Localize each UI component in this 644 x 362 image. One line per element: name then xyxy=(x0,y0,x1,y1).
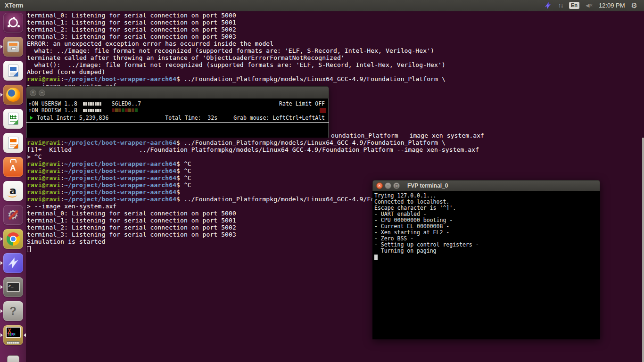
launcher-item-xterm[interactable]: X TERM xyxy=(3,325,23,345)
fvp-status-window: × − ↑ON USERSW 1..8 S6LED0..7 Rate Limit… xyxy=(26,86,329,138)
terminal-line: terminal_2: Listening for serial connect… xyxy=(27,26,644,33)
terminal-cursor xyxy=(27,246,31,252)
fvp-terminal-line: - Turning on paging - xyxy=(374,248,600,254)
minimize-button[interactable]: − xyxy=(385,182,391,189)
fvp-status-content: ↑ON USERSW 1..8 S6LED0..7 Rate Limit OFF… xyxy=(26,99,329,138)
terminal-line: ravi@ravi:~/project/boot-wrapper-aarch64… xyxy=(27,75,644,82)
right-edge-scrollbar[interactable] xyxy=(642,138,644,362)
fvp-terminal-content[interactable]: Trying 127.0.0.1...Connected to localhos… xyxy=(372,191,600,339)
trash-icon xyxy=(7,355,19,362)
launcher-item-terminal[interactable]: >_ xyxy=(3,277,23,297)
terminal-cursor xyxy=(374,255,378,260)
usersw-switches[interactable] xyxy=(83,102,101,106)
led-label: S6LED0..7 xyxy=(112,100,141,107)
terminal-line: terminate called after throwing an insta… xyxy=(27,54,644,61)
system-settings-icon: ⚙ xyxy=(3,205,23,225)
terminal-line: [1]+ Killed ../Foundation_Platformpkg/mo… xyxy=(27,146,644,153)
unity-launcher: A a ⚙ >_? X TERM xyxy=(0,11,26,362)
panel-indicators: ↑↓ En ◀× 12:09 PM ⚙ xyxy=(544,1,644,10)
firefox-icon xyxy=(6,88,20,102)
s-logo-indicator-icon[interactable] xyxy=(544,1,552,10)
network-arrows-icon[interactable]: ↑↓ xyxy=(558,2,563,9)
s-logo-icon xyxy=(6,256,20,270)
launcher-item-trash[interactable] xyxy=(3,349,23,362)
close-button[interactable]: × xyxy=(30,90,36,96)
launcher-item-settings[interactable]: ⚙ xyxy=(3,205,23,225)
fvp-terminal-window[interactable]: × − ◻ FVP terminal_0 Trying 127.0.0.1...… xyxy=(372,180,600,339)
terminal-line: ravi@ravi:~/project/boot-wrapper-aarch64… xyxy=(27,160,644,167)
launcher-item-software[interactable]: A xyxy=(3,157,23,177)
panel-app-title: XTerm xyxy=(5,2,24,9)
session-gear-icon[interactable]: ⚙ xyxy=(631,1,637,10)
usersw-label: ↑ON USERSW 1..8 xyxy=(28,100,77,107)
amazon-icon: a xyxy=(3,181,23,201)
running-indicator xyxy=(0,309,3,313)
volume-muted-icon[interactable]: ◀× xyxy=(586,2,593,8)
bootsw-label: ↑ON BOOTSW 1..8 xyxy=(28,107,77,114)
terminal-line: terminal_0: Listening for serial connect… xyxy=(27,12,644,19)
keyboard-layout-indicator[interactable]: En xyxy=(569,2,579,9)
terminal-line: ERROR: an unexpected exception error has… xyxy=(27,40,644,47)
running-indicator xyxy=(0,237,3,241)
terminal-line: terminal_1: Listening for serial connect… xyxy=(27,19,644,26)
terminal-line: Aborted (core dumped) xyxy=(27,68,644,75)
status-separator xyxy=(26,122,329,123)
bootsw-row: ↑ON BOOTSW 1..8 xyxy=(28,107,326,114)
libreoffice-calc-icon xyxy=(8,113,18,125)
usersw-row: ↑ON USERSW 1..8 S6LED0..7 Rate Limit OFF xyxy=(28,100,326,107)
terminal-line: what: ../Image: file format not recogniz… xyxy=(27,47,644,54)
window-title: FVP terminal_0 xyxy=(407,182,448,189)
launcher-item-ubuntu-dash[interactable] xyxy=(3,13,23,33)
ubuntu-logo-icon xyxy=(8,18,18,27)
terminal-icon: >_ xyxy=(7,282,20,292)
launcher-item-firefox[interactable] xyxy=(3,85,23,105)
launcher-item-calc[interactable] xyxy=(3,109,23,129)
libreoffice-impress-icon xyxy=(8,137,18,149)
top-panel: XTerm ↑↓ En ◀× 12:09 PM ⚙ xyxy=(0,0,644,11)
launcher-item-files[interactable] xyxy=(3,37,23,57)
launcher-item-writer[interactable] xyxy=(3,61,23,81)
terminal-line: ravi@ravi:~/project/boot-wrapper-aarch64… xyxy=(27,167,644,174)
launcher-item-help[interactable]: ? xyxy=(3,301,23,321)
launcher-item-amazon[interactable]: a xyxy=(3,181,23,201)
total-instr: Total Instr: 5,239,836 xyxy=(37,115,108,121)
chrome-icon xyxy=(7,232,20,246)
help-icon: ? xyxy=(9,304,17,318)
fvp-status-titlebar[interactable]: × − xyxy=(26,86,329,99)
terminal-line: terminal_3: Listening for serial connect… xyxy=(27,33,644,40)
xterm-icon: X TERM xyxy=(3,325,23,345)
play-icon xyxy=(30,116,33,120)
focused-indicator xyxy=(24,333,26,337)
maximize-button[interactable]: ◻ xyxy=(393,182,400,189)
clock[interactable]: 12:09 PM xyxy=(599,2,625,9)
launcher-item-chrome[interactable] xyxy=(3,229,23,249)
terminal-line: > ^C xyxy=(27,153,644,160)
file-cabinet-icon xyxy=(7,41,19,52)
minimize-button[interactable]: − xyxy=(39,90,45,96)
total-time: Total Time: 32s xyxy=(165,115,217,121)
fvp-terminal-titlebar[interactable]: × − ◻ FVP terminal_0 xyxy=(372,180,600,191)
running-indicator xyxy=(0,285,3,289)
running-indicator xyxy=(0,45,3,49)
ubuntu-software-icon: A xyxy=(10,161,16,173)
bootsw-switches[interactable] xyxy=(83,109,101,112)
launcher-item-purple-s[interactable] xyxy=(3,253,23,273)
grab-mouse-hint: Grab mouse: LeftCtrl+LeftAlt xyxy=(233,115,326,121)
terminal-line: what(): ../Image: file format not recogn… xyxy=(27,61,644,68)
close-button[interactable]: × xyxy=(376,182,383,189)
rate-limit-led[interactable] xyxy=(320,108,326,113)
terminal-line: ravi@ravi:~/project/boot-wrapper-aarch64… xyxy=(27,139,644,146)
running-indicator xyxy=(0,333,3,337)
status-row: Total Instr: 5,239,836 Total Time: 32s G… xyxy=(28,115,326,121)
running-indicator xyxy=(0,93,3,97)
led-strip xyxy=(112,108,138,112)
rate-limit-label: Rate Limit OFF xyxy=(279,100,326,107)
running-indicator xyxy=(0,261,3,265)
launcher-item-impress[interactable] xyxy=(3,133,23,153)
libreoffice-writer-icon xyxy=(8,65,18,77)
